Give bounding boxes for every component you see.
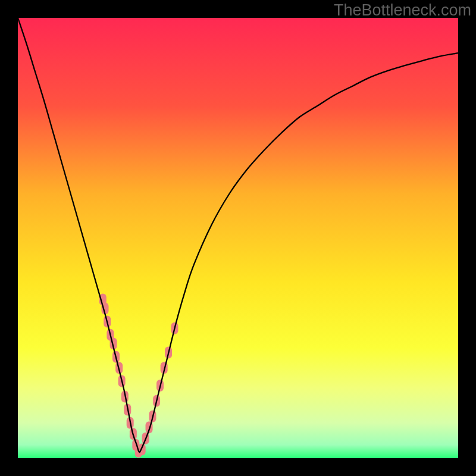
- data-point: [139, 443, 146, 455]
- chart-svg: [18, 18, 458, 458]
- plot-area: [18, 18, 458, 458]
- watermark-text: TheBottleneck.com: [334, 1, 471, 20]
- chart-frame: TheBottleneck.com: [0, 0, 476, 476]
